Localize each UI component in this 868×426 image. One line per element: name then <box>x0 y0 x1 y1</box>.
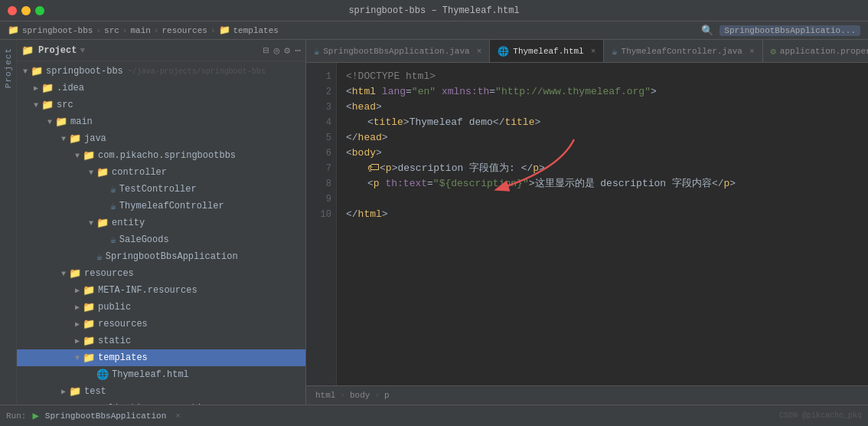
tree-item-thymeleafcontroller[interactable]: ▶ ☕ ThymeleafController <box>17 198 305 215</box>
tree-label-salegoods: SaleGoods <box>119 234 169 245</box>
arrow-controller: ▼ <box>86 169 96 177</box>
tree-item-java[interactable]: ▼ 📁 java <box>17 130 305 147</box>
run-icon[interactable]: ▶ <box>32 409 38 422</box>
java-tab-icon-2: ☕ <box>612 46 617 57</box>
tree-label-testcontroller: TestController <box>119 184 197 195</box>
sep: › <box>96 26 101 35</box>
sep: › <box>210 26 216 35</box>
folder-icon-idea: 📁 <box>41 82 54 94</box>
tree-label-com-pikacho: com.pikacho.springbootbbs <box>98 150 236 161</box>
tree-label-springboot-bbs: springboot-bbs <box>46 66 123 77</box>
folder-icon-templates: 📁 <box>83 352 95 364</box>
folder-icon-resources2: 📁 <box>83 318 95 330</box>
arrow-idea: ▶ <box>31 84 41 93</box>
minimize-button[interactable] <box>21 6 31 15</box>
tree-label-templates: templates <box>98 352 148 363</box>
springboot-app-tab[interactable]: SpringbootBbsApplicatio... <box>720 25 860 36</box>
tab-thymeleaf[interactable]: 🌐 Thymeleaf.html × <box>490 40 604 63</box>
java-icon-testcontroller: ☕ <box>110 183 116 195</box>
tree-item-resources2[interactable]: ▶ 📁 resources <box>17 316 305 333</box>
project-label: Project ▼ <box>38 45 85 56</box>
tree-label-springbootbbsapp: SpringbootBbsApplication <box>106 251 238 262</box>
tree-label-controller: controller <box>112 167 167 178</box>
breadcrumb-icon: 📁 <box>8 25 19 36</box>
maximize-button[interactable] <box>35 6 44 15</box>
arrow-com-pikacho: ▼ <box>72 152 83 160</box>
folder-icon-controller: 📁 <box>96 166 109 179</box>
tree-item-src[interactable]: ▼ 📁 src <box>17 97 305 113</box>
tree-label-idea: .idea <box>57 83 84 93</box>
tab-springbootbbsapplication[interactable]: ☕ SpringbootBbsApplication.java × <box>306 40 490 63</box>
search-icon[interactable]: 🔍 <box>701 25 713 37</box>
arrow-templates: ▼ <box>72 354 83 362</box>
more-icon[interactable]: ⋯ <box>295 44 301 57</box>
project-tab-label[interactable]: Project <box>2 43 15 93</box>
breadcrumb-part-0[interactable]: springboot-bbs <box>22 26 93 35</box>
arrow-resources2: ▶ <box>72 320 83 329</box>
java-icon-salegoods: ☕ <box>110 234 116 246</box>
templates-folder-icon: 📁 <box>219 25 230 36</box>
tree-label-metainf: META-INF.resources <box>98 285 197 296</box>
main-layout: Project 📁 Project ▼ ⊟ ◎ ⚙ ⋯ ▼ 📁 springbo… <box>0 40 868 405</box>
breadcrumb-part-1[interactable]: src <box>104 26 119 35</box>
tree-item-springboot-bbs[interactable]: ▼ 📁 springboot-bbs ~/java-projects/sprin… <box>17 63 305 80</box>
code-line-5: </head> <box>346 130 859 146</box>
breadcrumb-part-3[interactable]: resources <box>162 26 207 35</box>
locate-icon[interactable]: ◎ <box>274 44 280 57</box>
folder-icon-com-pikacho: 📁 <box>83 149 95 162</box>
tree-item-main[interactable]: ▼ 📁 main <box>17 113 305 130</box>
html-icon-thymeleaf: 🌐 <box>96 369 109 381</box>
arrow-metainf: ▶ <box>72 286 83 295</box>
tab-label-1: Thymeleaf.html <box>513 47 583 56</box>
tab-application-properties[interactable]: ⚙ application.properties × <box>763 40 868 63</box>
arrow-static: ▶ <box>72 336 83 346</box>
folder-icon-resources: 📁 <box>69 267 81 280</box>
tree-item-salegoods[interactable]: ▶ ☕ SaleGoods <box>17 231 305 248</box>
run-app-label: SpringbootBbsApplication <box>45 411 166 421</box>
collapse-all-icon[interactable]: ⊟ <box>263 44 269 57</box>
java-tab-icon-0: ☕ <box>314 46 319 57</box>
prop-tab-icon-3: ⚙ <box>771 46 776 57</box>
settings-icon[interactable]: ⚙ <box>284 44 290 57</box>
tree-item-resources[interactable]: ▼ 📁 resources <box>17 265 305 282</box>
breadcrumb-part-4[interactable]: templates <box>233 26 279 35</box>
sep: › <box>154 26 159 35</box>
tree-item-controller[interactable]: ▼ 📁 controller <box>17 164 305 181</box>
tab-thymeleafcontroller[interactable]: ☕ ThymeleafController.java × <box>604 40 762 63</box>
tab-label-2: ThymeleafController.java <box>622 47 742 56</box>
run-close-icon[interactable]: × <box>175 411 181 421</box>
tab-close-0[interactable]: × <box>477 47 482 56</box>
folder-icon-entity: 📁 <box>96 217 109 229</box>
project-folder-icon: 📁 <box>21 44 34 57</box>
tab-close-2[interactable]: × <box>749 47 755 56</box>
code-line-1: <!DOCTYPE html> <box>346 69 859 84</box>
window-title: springboot-bbs – Thymeleaf.html <box>348 5 519 16</box>
editor-tabs: ☕ SpringbootBbsApplication.java × 🌐 Thym… <box>306 40 868 63</box>
statusbar-body: body <box>350 391 370 400</box>
tree-item-com-pikacho[interactable]: ▼ 📁 com.pikacho.springbootbbs <box>17 147 305 164</box>
close-button[interactable] <box>8 6 17 15</box>
tree-item-idea[interactable]: ▶ 📁 .idea <box>17 80 305 97</box>
code-line-9 <box>346 192 859 207</box>
code-content[interactable]: <!DOCTYPE html> <html lang="en" xmlns:th… <box>337 63 868 385</box>
folder-icon-test: 📁 <box>69 385 81 398</box>
tree-item-thymeleaf-html[interactable]: ▶ 🌐 Thymeleaf.html <box>17 366 305 383</box>
tab-close-1[interactable]: × <box>591 47 596 56</box>
tree-item-test[interactable]: ▶ 📁 test <box>17 383 305 400</box>
tree-label-src: src <box>57 100 73 110</box>
arrow-src: ▼ <box>31 101 41 110</box>
tree-item-entity[interactable]: ▼ 📁 entity <box>17 215 305 231</box>
tree-item-templates[interactable]: ▼ 📁 templates <box>17 349 305 366</box>
tree-item-testcontroller[interactable]: ▶ ☕ TestController <box>17 181 305 198</box>
breadcrumb-part-2[interactable]: main <box>130 26 150 35</box>
tree-item-public[interactable]: ▶ 📁 public <box>17 299 305 316</box>
java-icon-thymeleafcontroller: ☕ <box>110 200 116 212</box>
tree-label-main: main <box>70 116 93 127</box>
arrow-springboot-bbs: ▼ <box>20 67 31 76</box>
run-label: Run: <box>6 411 26 421</box>
statusbar-p: p <box>384 391 390 400</box>
tree-item-metainf[interactable]: ▶ 📁 META-INF.resources <box>17 282 305 299</box>
tree-item-static[interactable]: ▶ 📁 static <box>17 333 305 349</box>
code-line-10: </html> <box>346 207 859 222</box>
tree-item-springbootbbsapp[interactable]: ▶ ☕ SpringbootBbsApplication <box>17 248 305 265</box>
